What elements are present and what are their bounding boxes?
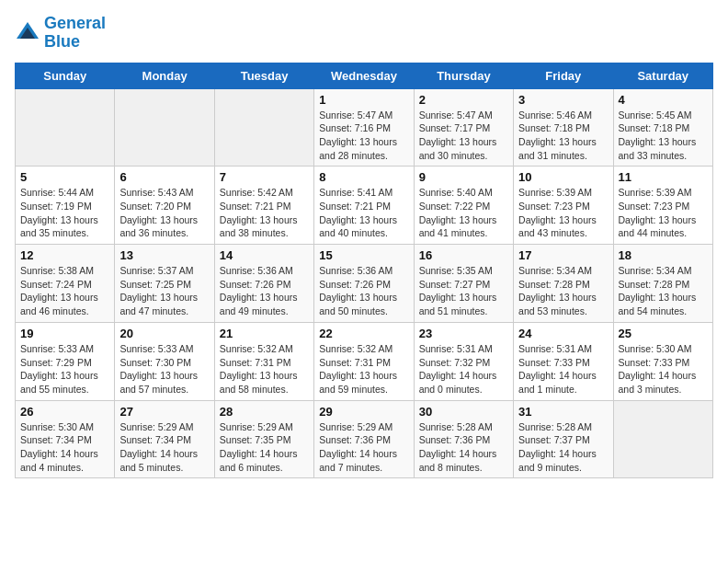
day-number: 10 bbox=[518, 170, 608, 184]
calendar-cell: 12Sunrise: 5:38 AM Sunset: 7:24 PM Dayli… bbox=[16, 245, 115, 323]
calendar-week-row: 26Sunrise: 5:30 AM Sunset: 7:34 PM Dayli… bbox=[16, 400, 713, 478]
calendar-cell: 14Sunrise: 5:36 AM Sunset: 7:26 PM Dayli… bbox=[214, 245, 313, 323]
cell-content: Sunrise: 5:30 AM Sunset: 7:33 PM Dayligh… bbox=[619, 342, 708, 396]
day-of-week-header: Monday bbox=[115, 63, 214, 88]
logo-icon bbox=[15, 20, 40, 46]
day-of-week-header: Thursday bbox=[414, 63, 513, 88]
cell-content: Sunrise: 5:29 AM Sunset: 7:35 PM Dayligh… bbox=[220, 420, 309, 475]
cell-content: Sunrise: 5:40 AM Sunset: 7:22 PM Dayligh… bbox=[419, 186, 508, 240]
day-number: 23 bbox=[419, 327, 508, 340]
cell-content: Sunrise: 5:31 AM Sunset: 7:33 PM Dayligh… bbox=[518, 342, 608, 396]
day-of-week-header: Wednesday bbox=[314, 63, 414, 88]
calendar-cell bbox=[16, 88, 115, 167]
day-of-week-header: Sunday bbox=[16, 63, 115, 88]
cell-content: Sunrise: 5:39 AM Sunset: 7:23 PM Dayligh… bbox=[518, 186, 608, 240]
day-of-week-header: Friday bbox=[514, 63, 613, 88]
cell-content: Sunrise: 5:36 AM Sunset: 7:26 PM Dayligh… bbox=[220, 264, 309, 318]
day-number: 25 bbox=[619, 327, 708, 340]
calendar-cell: 7Sunrise: 5:42 AM Sunset: 7:21 PM Daylig… bbox=[214, 167, 313, 245]
day-number: 20 bbox=[119, 327, 209, 340]
day-number: 19 bbox=[20, 327, 109, 340]
day-number: 6 bbox=[119, 170, 209, 184]
cell-content: Sunrise: 5:32 AM Sunset: 7:31 PM Dayligh… bbox=[220, 342, 309, 396]
day-number: 21 bbox=[220, 327, 309, 340]
day-number: 1 bbox=[319, 93, 408, 107]
day-number: 9 bbox=[419, 170, 508, 184]
cell-content: Sunrise: 5:47 AM Sunset: 7:16 PM Dayligh… bbox=[319, 109, 408, 163]
calendar-cell: 29Sunrise: 5:29 AM Sunset: 7:36 PM Dayli… bbox=[314, 400, 414, 478]
day-number: 12 bbox=[20, 248, 109, 262]
calendar-cell: 20Sunrise: 5:33 AM Sunset: 7:30 PM Dayli… bbox=[115, 322, 214, 400]
calendar-cell: 30Sunrise: 5:28 AM Sunset: 7:36 PM Dayli… bbox=[414, 400, 513, 478]
calendar-cell: 15Sunrise: 5:36 AM Sunset: 7:26 PM Dayli… bbox=[314, 245, 414, 323]
days-of-week-row: SundayMondayTuesdayWednesdayThursdayFrid… bbox=[16, 63, 713, 88]
cell-content: Sunrise: 5:46 AM Sunset: 7:18 PM Dayligh… bbox=[518, 109, 608, 163]
cell-content: Sunrise: 5:33 AM Sunset: 7:30 PM Dayligh… bbox=[119, 342, 209, 396]
day-number: 8 bbox=[319, 170, 408, 184]
calendar-cell: 3Sunrise: 5:46 AM Sunset: 7:18 PM Daylig… bbox=[514, 88, 613, 167]
calendar-cell: 25Sunrise: 5:30 AM Sunset: 7:33 PM Dayli… bbox=[613, 322, 712, 400]
cell-content: Sunrise: 5:29 AM Sunset: 7:36 PM Dayligh… bbox=[319, 420, 408, 475]
cell-content: Sunrise: 5:33 AM Sunset: 7:29 PM Dayligh… bbox=[20, 342, 109, 396]
calendar-cell: 22Sunrise: 5:32 AM Sunset: 7:31 PM Dayli… bbox=[314, 322, 414, 400]
calendar-cell: 24Sunrise: 5:31 AM Sunset: 7:33 PM Dayli… bbox=[514, 322, 613, 400]
day-number: 29 bbox=[319, 405, 408, 419]
day-number: 24 bbox=[518, 327, 608, 340]
calendar-cell: 21Sunrise: 5:32 AM Sunset: 7:31 PM Dayli… bbox=[214, 322, 313, 400]
day-number: 11 bbox=[619, 170, 708, 184]
calendar-week-row: 19Sunrise: 5:33 AM Sunset: 7:29 PM Dayli… bbox=[16, 322, 713, 400]
day-number: 3 bbox=[518, 93, 608, 107]
calendar-cell: 23Sunrise: 5:31 AM Sunset: 7:32 PM Dayli… bbox=[414, 322, 513, 400]
calendar-cell: 10Sunrise: 5:39 AM Sunset: 7:23 PM Dayli… bbox=[514, 167, 613, 245]
day-number: 15 bbox=[319, 248, 408, 262]
calendar-cell: 18Sunrise: 5:34 AM Sunset: 7:28 PM Dayli… bbox=[613, 245, 712, 323]
calendar-cell: 2Sunrise: 5:47 AM Sunset: 7:17 PM Daylig… bbox=[414, 88, 513, 167]
cell-content: Sunrise: 5:45 AM Sunset: 7:18 PM Dayligh… bbox=[619, 109, 708, 163]
calendar-table: SundayMondayTuesdayWednesdayThursdayFrid… bbox=[15, 63, 713, 479]
calendar-cell: 6Sunrise: 5:43 AM Sunset: 7:20 PM Daylig… bbox=[115, 167, 214, 245]
cell-content: Sunrise: 5:30 AM Sunset: 7:34 PM Dayligh… bbox=[20, 420, 109, 475]
cell-content: Sunrise: 5:41 AM Sunset: 7:21 PM Dayligh… bbox=[319, 186, 408, 240]
day-number: 13 bbox=[119, 248, 209, 262]
logo: General Blue bbox=[15, 15, 106, 52]
calendar-cell bbox=[613, 400, 712, 478]
day-number: 17 bbox=[518, 248, 608, 262]
calendar-cell bbox=[115, 88, 214, 167]
day-number: 27 bbox=[119, 405, 209, 419]
cell-content: Sunrise: 5:34 AM Sunset: 7:28 PM Dayligh… bbox=[619, 264, 708, 318]
calendar-cell bbox=[214, 88, 313, 167]
calendar-cell: 13Sunrise: 5:37 AM Sunset: 7:25 PM Dayli… bbox=[115, 245, 214, 323]
day-number: 7 bbox=[220, 170, 309, 184]
calendar-cell: 27Sunrise: 5:29 AM Sunset: 7:34 PM Dayli… bbox=[115, 400, 214, 478]
day-number: 26 bbox=[20, 405, 109, 419]
day-number: 16 bbox=[419, 248, 508, 262]
cell-content: Sunrise: 5:29 AM Sunset: 7:34 PM Dayligh… bbox=[119, 420, 209, 475]
calendar-cell: 26Sunrise: 5:30 AM Sunset: 7:34 PM Dayli… bbox=[16, 400, 115, 478]
cell-content: Sunrise: 5:28 AM Sunset: 7:36 PM Dayligh… bbox=[419, 420, 508, 475]
cell-content: Sunrise: 5:37 AM Sunset: 7:25 PM Dayligh… bbox=[119, 264, 209, 318]
calendar-cell: 16Sunrise: 5:35 AM Sunset: 7:27 PM Dayli… bbox=[414, 245, 513, 323]
calendar-week-row: 5Sunrise: 5:44 AM Sunset: 7:19 PM Daylig… bbox=[16, 167, 713, 245]
day-of-week-header: Tuesday bbox=[214, 63, 313, 88]
day-number: 5 bbox=[20, 170, 109, 184]
cell-content: Sunrise: 5:32 AM Sunset: 7:31 PM Dayligh… bbox=[319, 342, 408, 396]
calendar-week-row: 12Sunrise: 5:38 AM Sunset: 7:24 PM Dayli… bbox=[16, 245, 713, 323]
calendar-cell: 28Sunrise: 5:29 AM Sunset: 7:35 PM Dayli… bbox=[214, 400, 313, 478]
day-number: 28 bbox=[220, 405, 309, 419]
calendar-cell: 4Sunrise: 5:45 AM Sunset: 7:18 PM Daylig… bbox=[613, 88, 712, 167]
day-number: 22 bbox=[319, 327, 408, 340]
day-of-week-header: Saturday bbox=[613, 63, 712, 88]
calendar-cell: 1Sunrise: 5:47 AM Sunset: 7:16 PM Daylig… bbox=[314, 88, 414, 167]
calendar-cell: 19Sunrise: 5:33 AM Sunset: 7:29 PM Dayli… bbox=[16, 322, 115, 400]
calendar-cell: 11Sunrise: 5:39 AM Sunset: 7:23 PM Dayli… bbox=[613, 167, 712, 245]
calendar-cell: 9Sunrise: 5:40 AM Sunset: 7:22 PM Daylig… bbox=[414, 167, 513, 245]
day-number: 30 bbox=[419, 405, 508, 419]
cell-content: Sunrise: 5:47 AM Sunset: 7:17 PM Dayligh… bbox=[419, 109, 508, 163]
cell-content: Sunrise: 5:39 AM Sunset: 7:23 PM Dayligh… bbox=[619, 186, 708, 240]
calendar-body: 1Sunrise: 5:47 AM Sunset: 7:16 PM Daylig… bbox=[16, 88, 713, 478]
cell-content: Sunrise: 5:43 AM Sunset: 7:20 PM Dayligh… bbox=[119, 186, 209, 240]
cell-content: Sunrise: 5:35 AM Sunset: 7:27 PM Dayligh… bbox=[419, 264, 508, 318]
calendar-cell: 8Sunrise: 5:41 AM Sunset: 7:21 PM Daylig… bbox=[314, 167, 414, 245]
cell-content: Sunrise: 5:44 AM Sunset: 7:19 PM Dayligh… bbox=[20, 186, 109, 240]
day-number: 14 bbox=[220, 248, 309, 262]
